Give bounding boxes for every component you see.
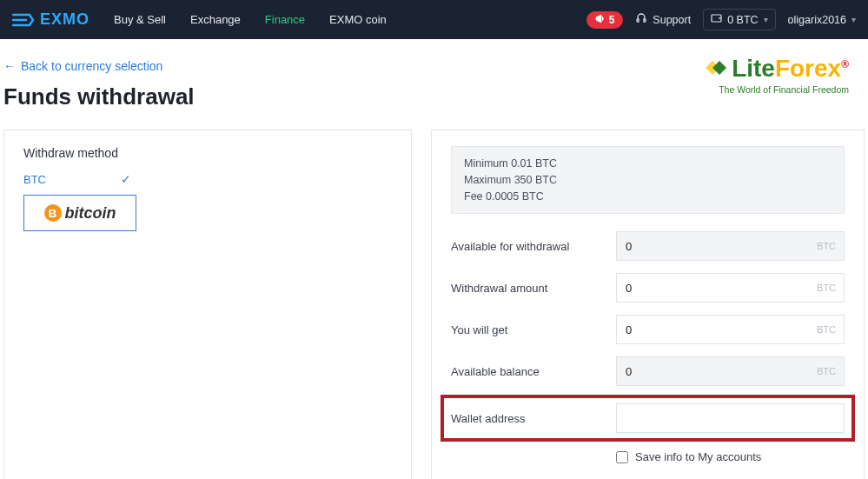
save-info-label: Save info to My accounts [635,450,761,463]
label-wallet: Wallet address [451,412,616,425]
limit-max: Maximum 350 BTC [464,172,832,189]
unit-amount: BTC [817,283,836,293]
megaphone-icon [595,14,606,26]
nav-exchange[interactable]: Exchange [190,13,241,26]
nav-finance[interactable]: Finance [265,13,305,26]
alerts-button[interactable]: 5 [586,11,624,29]
brand-name: EXMO [40,10,89,29]
brand-mark-icon [12,13,35,27]
row-wallet-address: Wallet address [444,398,851,438]
bitcoin-icon: B [44,204,62,222]
withdraw-method-panel: Withdraw method BTC ✓ B bitcoin [3,130,412,479]
withdraw-form-panel: Minimum 0.01 BTC Maximum 350 BTC Fee 0.0… [431,130,865,479]
liteforex-mark-icon [702,56,730,86]
label-balance: Available balance [451,365,616,378]
unit-youget: BTC [817,324,836,335]
support-button[interactable]: Support [635,12,691,27]
primary-nav: Buy & Sell Exchange Finance EXMO coin [114,13,387,26]
alerts-count: 5 [609,14,615,26]
limits-box: Minimum 0.01 BTC Maximum 350 BTC Fee 0.0… [451,146,845,214]
arrow-left-icon: ← [3,59,16,73]
support-label: Support [653,14,691,26]
currency-tab-btc[interactable]: BTC [23,173,46,186]
row-available: Available for withdrawal BTC [451,231,845,261]
registered-mark: ® [841,58,849,70]
headset-icon [635,12,647,27]
wallet-dropdown[interactable]: 0 BTC ▾ [703,9,775,30]
liteforex-watermark: LiteForex® The World of Financial Freedo… [702,55,849,95]
row-balance: Available balance BTC [451,356,845,386]
back-link[interactable]: ← Back to currency selection [3,59,162,73]
row-youget: You will get BTC [451,315,845,344]
liteforex-part2: Forex [775,55,841,82]
method-card-bitcoin[interactable]: B bitcoin [23,195,136,231]
field-youget[interactable] [616,315,845,344]
field-balance [616,356,845,386]
check-icon: ✓ [121,172,136,186]
wallet-balance: 0 BTC [727,14,758,26]
chevron-down-icon: ▾ [851,15,856,24]
app-header: EXMO Buy & Sell Exchange Finance EXMO co… [0,0,868,39]
currency-tab-strip: BTC ✓ [23,172,136,195]
method-name: bitcoin [65,204,116,223]
username: oligarix2016 [788,14,846,26]
row-amount: Withdrawal amount BTC [451,273,845,303]
field-amount[interactable] [616,273,845,303]
liteforex-part1: Lite [732,55,775,82]
limit-min: Minimum 0.01 BTC [464,156,832,172]
field-wallet-address[interactable] [616,403,845,433]
field-available [616,231,845,261]
unit-balance: BTC [817,366,836,376]
label-youget: You will get [451,323,616,336]
user-dropdown[interactable]: oligarix2016 ▾ [788,14,856,26]
label-available: Available for withdrawal [451,240,616,253]
nav-exmo-coin[interactable]: EXMO coin [329,13,387,26]
main: LiteForex® The World of Financial Freedo… [0,39,868,479]
wallet-icon [711,13,722,26]
save-info-row: Save info to My accounts [451,450,845,463]
chevron-down-icon: ▾ [764,15,768,24]
withdraw-method-heading: Withdraw method [23,146,392,160]
save-info-checkbox[interactable] [616,451,628,463]
back-link-label: Back to currency selection [21,59,162,73]
label-amount: Withdrawal amount [451,282,616,295]
brand-logo[interactable]: EXMO [12,10,89,29]
limit-fee: Fee 0.0005 BTC [464,189,832,205]
nav-buy-sell[interactable]: Buy & Sell [114,13,166,26]
unit-available: BTC [817,241,836,251]
header-right: 5 Support 0 BTC ▾ oligarix2016 ▾ [586,9,856,30]
liteforex-tagline: The World of Financial Freedom [702,84,849,95]
